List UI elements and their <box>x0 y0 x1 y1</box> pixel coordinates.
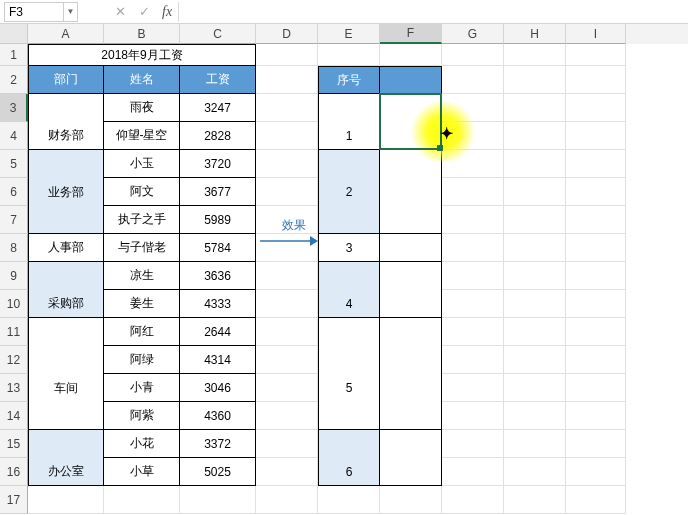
col-header-b[interactable]: B <box>104 24 180 44</box>
dept-pur[interactable] <box>28 262 104 290</box>
col-header-a[interactable]: A <box>28 24 104 44</box>
dept-pur[interactable]: 采购部 <box>28 290 104 318</box>
col-header-i[interactable]: I <box>566 24 626 44</box>
cell[interactable] <box>380 374 442 402</box>
row-header-2[interactable]: 2 <box>0 66 28 94</box>
title-cell[interactable]: 2018年9月工资 <box>28 44 256 66</box>
header-seq[interactable]: 序号 <box>318 66 380 94</box>
cell[interactable] <box>566 402 626 430</box>
cell[interactable] <box>504 318 566 346</box>
table-cell[interactable]: 3046 <box>180 374 256 402</box>
row-header-14[interactable]: 14 <box>0 402 28 430</box>
table-cell[interactable]: 凉生 <box>104 262 180 290</box>
cell[interactable] <box>566 122 626 150</box>
col-header-g[interactable]: G <box>442 24 504 44</box>
table-cell[interactable]: 与子偕老 <box>104 234 180 262</box>
row-header-17[interactable]: 17 <box>0 486 28 514</box>
cell[interactable] <box>504 486 566 514</box>
cell[interactable] <box>566 44 626 66</box>
cell[interactable] <box>442 234 504 262</box>
cell[interactable] <box>380 44 442 66</box>
cell[interactable] <box>504 44 566 66</box>
seq-cell[interactable] <box>318 346 380 374</box>
dept-shop[interactable]: 车间 <box>28 374 104 402</box>
cell[interactable] <box>504 122 566 150</box>
cell[interactable] <box>566 486 626 514</box>
cell[interactable] <box>380 122 442 150</box>
cell[interactable] <box>504 150 566 178</box>
formula-input[interactable] <box>178 2 688 22</box>
row-header-10[interactable]: 10 <box>0 290 28 318</box>
cell[interactable] <box>566 262 626 290</box>
cell[interactable] <box>256 402 318 430</box>
cell[interactable] <box>504 402 566 430</box>
cell[interactable] <box>442 44 504 66</box>
cell[interactable] <box>256 122 318 150</box>
cell[interactable] <box>442 346 504 374</box>
cell[interactable] <box>442 206 504 234</box>
row-header-7[interactable]: 7 <box>0 206 28 234</box>
table-cell[interactable]: 小玉 <box>104 150 180 178</box>
cell[interactable] <box>256 346 318 374</box>
cell[interactable] <box>256 66 318 94</box>
table-cell[interactable]: 4333 <box>180 290 256 318</box>
seq-cell[interactable] <box>318 94 380 122</box>
cell[interactable] <box>566 66 626 94</box>
col-header-d[interactable]: D <box>256 24 318 44</box>
header-salary[interactable]: 工资 <box>180 66 256 94</box>
cell[interactable] <box>504 234 566 262</box>
cell[interactable] <box>256 430 318 458</box>
table-cell[interactable]: 执子之手 <box>104 206 180 234</box>
seq-cell[interactable] <box>318 430 380 458</box>
header-dept[interactable]: 部门 <box>28 66 104 94</box>
table-cell[interactable]: 4360 <box>180 402 256 430</box>
seq-cell[interactable]: 6 <box>318 458 380 486</box>
cell[interactable] <box>380 150 442 178</box>
dept-biz[interactable]: 业务部 <box>28 178 104 206</box>
cell[interactable] <box>380 458 442 486</box>
header-blank[interactable] <box>380 66 442 94</box>
row-header-12[interactable]: 12 <box>0 346 28 374</box>
cell[interactable] <box>318 44 380 66</box>
row-header-9[interactable]: 9 <box>0 262 28 290</box>
cell[interactable] <box>566 318 626 346</box>
dept-fin[interactable] <box>28 94 104 122</box>
dept-shop[interactable] <box>28 318 104 346</box>
row-header-1[interactable]: 1 <box>0 44 28 66</box>
table-cell[interactable]: 仰望-星空 <box>104 122 180 150</box>
cell[interactable] <box>442 66 504 94</box>
row-header-11[interactable]: 11 <box>0 318 28 346</box>
table-cell[interactable]: 3720 <box>180 150 256 178</box>
cell[interactable] <box>104 486 180 514</box>
cell[interactable] <box>442 318 504 346</box>
cell[interactable] <box>256 94 318 122</box>
cell[interactable] <box>566 234 626 262</box>
cell[interactable] <box>442 262 504 290</box>
cell[interactable] <box>256 290 318 318</box>
table-cell[interactable]: 2828 <box>180 122 256 150</box>
cell[interactable] <box>318 486 380 514</box>
fx-icon[interactable]: fx <box>162 4 172 20</box>
table-cell[interactable]: 阿紫 <box>104 402 180 430</box>
spreadsheet-grid[interactable]: A B C D E F G H I 1 2018年9月工资 2 部门 姓名 工资… <box>0 24 688 514</box>
seq-cell[interactable] <box>318 150 380 178</box>
table-cell[interactable]: 姜生 <box>104 290 180 318</box>
cell[interactable] <box>256 486 318 514</box>
cell[interactable] <box>504 346 566 374</box>
row-header-8[interactable]: 8 <box>0 234 28 262</box>
cell[interactable] <box>504 94 566 122</box>
seq-cell[interactable] <box>318 402 380 430</box>
cell[interactable] <box>442 178 504 206</box>
table-cell[interactable]: 5025 <box>180 458 256 486</box>
cell[interactable] <box>256 458 318 486</box>
cell[interactable] <box>566 150 626 178</box>
row-header-13[interactable]: 13 <box>0 374 28 402</box>
cell[interactable] <box>380 206 442 234</box>
table-cell[interactable]: 3247 <box>180 94 256 122</box>
table-cell[interactable]: 5989 <box>180 206 256 234</box>
cell[interactable] <box>380 262 442 290</box>
seq-cell[interactable]: 2 <box>318 178 380 206</box>
cell[interactable] <box>442 150 504 178</box>
dept-hr[interactable]: 人事部 <box>28 234 104 262</box>
cell[interactable] <box>566 206 626 234</box>
